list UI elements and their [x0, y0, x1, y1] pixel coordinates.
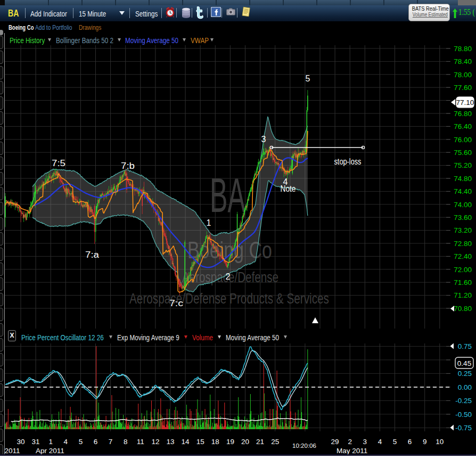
svg-text:4: 4 [378, 438, 382, 446]
svg-text:20: 20 [241, 438, 249, 446]
svg-text:0.45: 0.45 [457, 359, 471, 367]
svg-text:14: 14 [182, 438, 190, 446]
svg-text:1: 1 [48, 438, 53, 446]
svg-text:15: 15 [196, 438, 204, 446]
svg-text:0.00: 0.00 [458, 383, 472, 391]
svg-text:18: 18 [211, 438, 219, 446]
svg-text:Apr 2011: Apr 2011 [36, 447, 64, 455]
svg-text:6: 6 [94, 438, 98, 446]
svg-text:19: 19 [226, 438, 234, 446]
svg-text:12: 12 [151, 438, 159, 446]
svg-text:5: 5 [79, 438, 83, 446]
svg-text:9: 9 [423, 438, 427, 446]
svg-text:11: 11 [137, 438, 144, 446]
svg-text:3: 3 [363, 438, 367, 446]
svg-text:2: 2 [348, 438, 352, 446]
svg-text:30: 30 [17, 438, 24, 446]
svg-text:0.25: 0.25 [458, 370, 472, 378]
svg-text:21: 21 [256, 438, 264, 446]
svg-text:6: 6 [408, 438, 412, 446]
svg-text:2011: 2011 [5, 447, 20, 455]
svg-text:0.75: 0.75 [458, 342, 472, 350]
svg-text:29: 29 [331, 438, 339, 446]
svg-text:25: 25 [271, 438, 279, 446]
svg-text:May 2011: May 2011 [337, 447, 367, 455]
svg-text:7: 7 [109, 438, 113, 446]
svg-text:-0.75: -0.75 [455, 424, 472, 432]
svg-text:10:20:06: 10:20:06 [292, 443, 316, 449]
svg-text:-0.50: -0.50 [455, 411, 472, 419]
svg-text:5: 5 [393, 438, 397, 446]
svg-text:31: 31 [32, 438, 40, 446]
svg-text:13: 13 [166, 438, 174, 446]
svg-text:8: 8 [124, 438, 128, 446]
svg-text:-0.25: -0.25 [455, 397, 472, 405]
svg-text:10: 10 [436, 438, 444, 446]
svg-text:4: 4 [64, 438, 68, 446]
